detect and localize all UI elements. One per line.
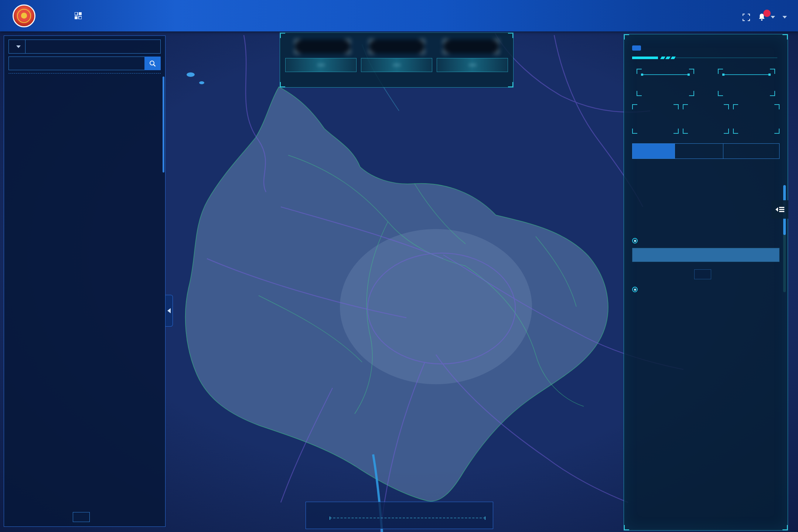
- fullscreen-icon[interactable]: [743, 14, 750, 21]
- search-icon: [149, 60, 156, 67]
- stat-offline-enterprises: [434, 37, 508, 54]
- section-bullet-icon: [632, 287, 638, 292]
- hazard-table: [632, 248, 780, 262]
- page-input[interactable]: [694, 269, 711, 279]
- tank-count-box: [632, 104, 679, 134]
- divider: [8, 73, 161, 74]
- detail-expand-handle[interactable]: [771, 200, 788, 219]
- detail-tabs: [632, 143, 780, 159]
- sidebar-pagination: [8, 510, 161, 523]
- company-list: [8, 76, 161, 508]
- system-nav-button[interactable]: [75, 12, 85, 19]
- sidebar-collapse-handle[interactable]: [166, 295, 173, 327]
- hazard-section-header: [632, 238, 780, 243]
- tab-basic-info[interactable]: [632, 144, 675, 158]
- legend-title: [311, 507, 321, 529]
- legend-dashed-line: [330, 518, 485, 518]
- stat-alarm-value: [295, 40, 350, 54]
- total-detectors: [361, 58, 432, 72]
- app-header: [0, 0, 798, 31]
- map-legend: [306, 502, 493, 529]
- gas-detector-count-box: [683, 104, 729, 134]
- trend-section-header: [632, 287, 780, 292]
- hazard-table-header: [632, 248, 779, 262]
- tab-key-process[interactable]: [723, 144, 779, 158]
- safety-commitment-box: [637, 69, 694, 96]
- total-cameras: [437, 58, 508, 72]
- notification-bell-icon[interactable]: [757, 13, 767, 22]
- basic-info-grid: [632, 165, 780, 234]
- decor-line: [632, 57, 780, 59]
- stat-alarm-enterprises: [285, 37, 359, 54]
- chevron-left-icon: [167, 308, 171, 313]
- region-filter-row: [8, 40, 161, 54]
- enterprise-detail-panel: [624, 34, 788, 531]
- overview-stats-panel: [280, 33, 514, 88]
- total-hazard-sources: [285, 58, 357, 72]
- factory-3d-tour-button[interactable]: [632, 45, 641, 51]
- grid-icon: [75, 12, 82, 19]
- search-input[interactable]: [8, 57, 144, 70]
- notification-badge: [763, 10, 771, 17]
- chevron-down-icon: [771, 16, 775, 18]
- current-risk-box: [718, 69, 775, 96]
- section-bullet-icon: [632, 238, 638, 243]
- panel-menu-icon: [775, 205, 785, 214]
- page-input[interactable]: [73, 512, 90, 522]
- process-device-count-box: [733, 104, 780, 134]
- region-value-input[interactable]: [25, 40, 160, 53]
- search-button[interactable]: [144, 57, 161, 70]
- hazard-pagination: [632, 267, 780, 280]
- tab-hazard-chemicals[interactable]: [675, 144, 723, 158]
- enterprise-sidebar: [4, 35, 166, 527]
- region-filter-dropdown[interactable]: [9, 40, 25, 53]
- chevron-down-icon: [16, 45, 21, 48]
- stat-fault-value: [369, 40, 424, 54]
- app-logo-icon: [13, 4, 35, 27]
- chevron-down-icon: [782, 16, 787, 18]
- sidebar-scrollbar[interactable]: [163, 76, 164, 173]
- stat-offline-value: [443, 40, 499, 54]
- stat-fault-enterprises: [359, 37, 434, 54]
